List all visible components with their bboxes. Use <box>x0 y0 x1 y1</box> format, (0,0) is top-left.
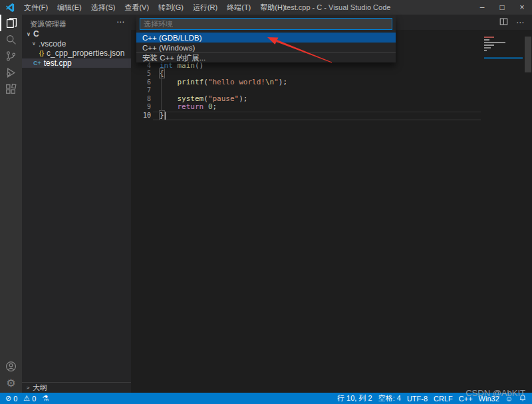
menu-item[interactable]: 选择(S) <box>86 0 120 15</box>
code-token <box>160 94 178 103</box>
source-control-icon[interactable] <box>0 48 22 64</box>
quickpick-input[interactable] <box>140 18 392 30</box>
split-editor-icon[interactable] <box>499 17 508 27</box>
minimap-line <box>484 50 487 51</box>
explorer-more-actions-icon[interactable]: ⋯ <box>116 17 124 27</box>
minimap-line <box>484 45 494 46</box>
status-item[interactable]: Win32 <box>479 395 499 403</box>
status-item[interactable]: 行 10, 列 2 <box>337 393 372 403</box>
menu-item[interactable]: 查看(V) <box>120 0 154 15</box>
code-token <box>203 102 208 111</box>
code-token: "pause" <box>208 94 239 103</box>
text-cursor <box>165 112 166 120</box>
code-token: " <box>274 78 279 86</box>
vscode-logo-icon <box>5 3 15 13</box>
code-token <box>160 102 178 111</box>
menu-item[interactable]: 运行(R) <box>188 0 222 15</box>
error-icon: ⊘ <box>5 394 11 403</box>
tree-item-label: test.cpp <box>44 58 72 68</box>
search-icon[interactable] <box>0 31 22 48</box>
status-item-label: 空格: 4 <box>378 393 401 403</box>
line-number[interactable]: 5 <box>131 70 151 78</box>
menu-item[interactable]: 终端(T) <box>222 0 255 15</box>
line-number[interactable]: 6 <box>131 78 151 87</box>
explorer-icon[interactable] <box>0 15 22 31</box>
tree-item-label: C <box>33 29 39 39</box>
chevron-down-icon: ∨ <box>25 31 32 37</box>
status-item[interactable]: ⚗ <box>42 394 49 403</box>
vertical-scrollbar[interactable] <box>525 37 531 72</box>
quickpick-item[interactable]: C++ (Windows) <box>136 43 396 52</box>
editor-group: ⋯ 4int main()5{6 printf("hello world!\n"… <box>131 15 532 393</box>
menu-item[interactable]: 转到(G) <box>154 0 188 15</box>
status-item[interactable]: C++ <box>459 395 473 403</box>
vscode-window: 文件(F)编辑(E)选择(S)查看(V)转到(G)运行(R)终端(T)帮助(H)… <box>0 0 532 404</box>
status-item[interactable]: 空格: 4 <box>378 393 401 403</box>
line-number[interactable]: 7 <box>131 86 151 95</box>
quickpick-item-label: 安装 C++ 的扩展... <box>142 53 205 63</box>
explorer-sidebar: 资源管理器 ⋯ ∨C∨.vscode{}c_cpp_properties.jso… <box>22 15 131 393</box>
code-token: return <box>178 102 204 111</box>
status-item-label: Win32 <box>479 395 499 403</box>
line-number[interactable]: 9 <box>131 103 151 112</box>
line-number[interactable]: 8 <box>131 95 151 104</box>
line-number[interactable]: 10 <box>131 112 151 120</box>
menu-item[interactable]: 编辑(E) <box>53 0 86 15</box>
minimap-line <box>484 42 505 43</box>
extensions-icon[interactable] <box>0 81 22 98</box>
file-tree: ∨C∨.vscode{}c_cpp_properties.jsonC+test.… <box>22 29 131 68</box>
status-item-label: 0 <box>13 395 17 403</box>
status-item[interactable]: ⚠0 <box>23 394 36 403</box>
close-button-icon[interactable]: × <box>512 0 532 15</box>
smiley-feedback-icon: ☺ <box>505 395 513 403</box>
code-token: ); <box>279 78 287 86</box>
menu-bar: 文件(F)编辑(E)选择(S)查看(V)转到(G)运行(R)终端(T)帮助(H) <box>19 0 290 15</box>
bell-icon <box>519 394 527 403</box>
status-item[interactable]: UTF-8 <box>407 395 428 403</box>
code-token: ; <box>213 102 217 111</box>
quickpick-item-label: C++ (GDB/LLDB) <box>142 34 201 42</box>
code-token: printf <box>178 78 204 86</box>
tree-item[interactable]: {}c_cpp_properties.json <box>22 49 131 58</box>
menu-item[interactable]: 文件(F) <box>19 0 53 15</box>
quickpick-item[interactable]: C++ (GDB/LLDB) <box>136 33 396 43</box>
status-item-label: 行 10, 列 2 <box>337 393 372 403</box>
code-line: 6 printf("hello world!\n"); <box>131 78 532 87</box>
title-bar: 文件(F)编辑(E)选择(S)查看(V)转到(G)运行(R)终端(T)帮助(H)… <box>0 0 532 15</box>
code-token: system <box>178 94 204 103</box>
account-icon[interactable] <box>0 358 22 375</box>
quickpick-item[interactable]: 安装 C++ 的扩展... <box>136 52 396 62</box>
minimap-line <box>484 39 489 41</box>
code-editor[interactable]: 4int main()5{6 printf("hello world!\n");… <box>131 37 532 393</box>
code-token: ( <box>203 94 208 103</box>
minimize-button-icon[interactable]: – <box>472 0 492 15</box>
outline-section[interactable]: > 大纲 <box>22 382 131 393</box>
status-item[interactable]: CRLF <box>434 395 453 403</box>
run-debug-icon[interactable] <box>0 64 22 81</box>
quickpick-dropdown: C++ (GDB/LLDB)C++ (Windows)安装 C++ 的扩展... <box>136 15 396 62</box>
status-item-label: UTF-8 <box>407 395 428 403</box>
code-token: \n <box>265 78 274 86</box>
current-line-highlight <box>153 112 481 120</box>
status-item[interactable] <box>519 394 527 403</box>
tree-item[interactable]: C+test.cpp <box>22 58 131 68</box>
status-item-label: 0 <box>32 395 36 403</box>
chevron-right-icon: > <box>25 385 31 391</box>
status-item[interactable]: ☺ <box>505 395 513 403</box>
outline-label: 大纲 <box>33 383 47 393</box>
status-bar: ⊘0⚠0⚗ 行 10, 列 2空格: 4UTF-8CRLFC++Win32☺ <box>0 393 532 404</box>
json-file-icon: {} <box>39 50 44 56</box>
window-title: test.cpp - C - Visual Studio Code <box>285 0 390 15</box>
maximize-button-icon[interactable]: □ <box>492 0 512 15</box>
activity-bar: ⚙ <box>0 15 22 393</box>
cpp-file-icon: C+ <box>33 60 41 66</box>
warning-icon: ⚠ <box>23 394 30 403</box>
minimap[interactable] <box>484 37 523 64</box>
status-item[interactable]: ⊘0 <box>5 394 17 403</box>
settings-gear-icon[interactable]: ⚙ <box>0 375 22 391</box>
minimap-line <box>484 37 494 38</box>
tree-item[interactable]: ∨.vscode <box>22 39 131 49</box>
editor-more-actions-icon[interactable]: ⋯ <box>516 19 524 27</box>
tree-item[interactable]: ∨C <box>22 29 131 39</box>
indent-guide <box>161 70 162 111</box>
